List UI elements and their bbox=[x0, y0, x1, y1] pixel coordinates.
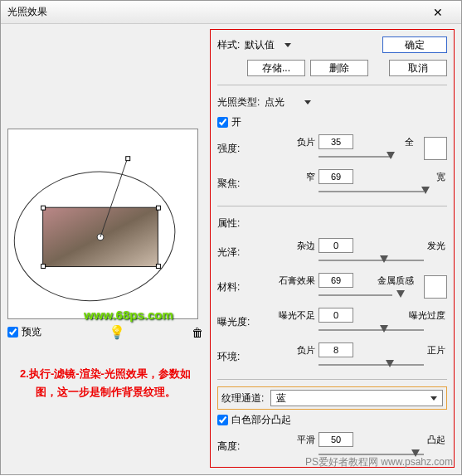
gloss-value[interactable]: 0 bbox=[319, 238, 353, 253]
delete-button[interactable]: 删除 bbox=[310, 60, 368, 76]
ok-button[interactable]: 确定 bbox=[382, 36, 447, 53]
ambience-slider[interactable] bbox=[319, 359, 447, 371]
material-slider[interactable] bbox=[319, 289, 416, 301]
svg-rect-10 bbox=[126, 157, 130, 161]
preview-area[interactable] bbox=[7, 129, 198, 319]
focus-label: 聚焦: bbox=[217, 177, 264, 191]
on-checkbox[interactable]: 开 bbox=[217, 115, 447, 129]
material-value[interactable]: 69 bbox=[319, 273, 353, 288]
bulb-icon[interactable]: 💡 bbox=[109, 324, 125, 340]
exposure-label: 曝光度: bbox=[217, 315, 264, 329]
svg-rect-6 bbox=[41, 265, 46, 269]
style-label: 样式: bbox=[217, 38, 240, 52]
gloss-label: 光泽: bbox=[217, 245, 264, 260]
exposure-slider[interactable] bbox=[319, 324, 447, 336]
svg-rect-4 bbox=[41, 206, 46, 210]
chevron-down-icon bbox=[430, 396, 437, 401]
white-high-input[interactable] bbox=[217, 415, 228, 425]
preview-label: 预览 bbox=[22, 325, 41, 339]
gloss-slider[interactable] bbox=[319, 255, 447, 266]
settings-panel: 样式: 默认值 确定 存储... 删除 取消 光照类型: 点光 bbox=[210, 29, 455, 468]
material-label: 材料: bbox=[217, 280, 264, 294]
ambience-value[interactable]: 8 bbox=[319, 342, 353, 357]
watermark-psahz: PS爱好者教程网 www.psahz.com bbox=[305, 455, 453, 469]
trash-icon[interactable]: 🗑 bbox=[192, 326, 203, 339]
svg-rect-7 bbox=[156, 265, 160, 269]
dialog-title: 光照效果 bbox=[7, 5, 421, 19]
chevron-down-icon bbox=[304, 100, 311, 104]
light-type-label: 光照类型: bbox=[217, 95, 260, 109]
texture-channel-row: 纹理通道: 蓝 bbox=[217, 386, 447, 410]
svg-rect-5 bbox=[156, 206, 160, 210]
light-type-dropdown[interactable]: 点光 bbox=[265, 95, 311, 109]
height-label: 高度: bbox=[217, 440, 264, 454]
chevron-down-icon bbox=[284, 43, 291, 47]
intensity-color-swatch[interactable] bbox=[424, 137, 447, 160]
white-high-checkbox[interactable]: 白色部分凸起 bbox=[217, 413, 447, 427]
titlebar: 光照效果 ✕ bbox=[1, 1, 461, 24]
focus-value[interactable]: 69 bbox=[319, 169, 353, 184]
save-button[interactable]: 存储... bbox=[247, 60, 305, 76]
height-value[interactable]: 50 bbox=[319, 432, 353, 447]
intensity-value[interactable]: 35 bbox=[319, 134, 353, 149]
style-dropdown[interactable]: 默认值 bbox=[245, 38, 291, 52]
texture-label: 纹理通道: bbox=[221, 391, 264, 406]
focus-slider[interactable] bbox=[319, 186, 447, 197]
preview-svg bbox=[8, 129, 197, 318]
ambience-label: 环境: bbox=[217, 350, 264, 364]
preview-checkbox[interactable]: 预览 bbox=[7, 325, 41, 339]
material-color-swatch[interactable] bbox=[424, 275, 447, 299]
on-label: 开 bbox=[231, 115, 241, 129]
lighting-effects-dialog: 光照效果 ✕ bbox=[0, 0, 462, 475]
cancel-button[interactable]: 取消 bbox=[389, 60, 447, 76]
close-button[interactable]: ✕ bbox=[421, 5, 455, 20]
left-panel: 预览 💡 🗑 2.执行-滤镜-渲染-光照效果，参数如图，这一步是制作背景纹理。 bbox=[7, 29, 203, 468]
annotation-note: 2.执行-滤镜-渲染-光照效果，参数如图，这一步是制作背景纹理。 bbox=[7, 365, 203, 401]
properties-label: 属性: bbox=[217, 216, 240, 231]
texture-dropdown[interactable]: 蓝 bbox=[270, 390, 443, 406]
exposure-value[interactable]: 0 bbox=[319, 308, 353, 323]
on-check-input[interactable] bbox=[217, 117, 228, 128]
intensity-label: 强度: bbox=[217, 142, 264, 156]
preview-check-input[interactable] bbox=[7, 327, 18, 338]
white-high-label: 白色部分凸起 bbox=[231, 413, 291, 427]
intensity-slider[interactable] bbox=[319, 151, 416, 163]
